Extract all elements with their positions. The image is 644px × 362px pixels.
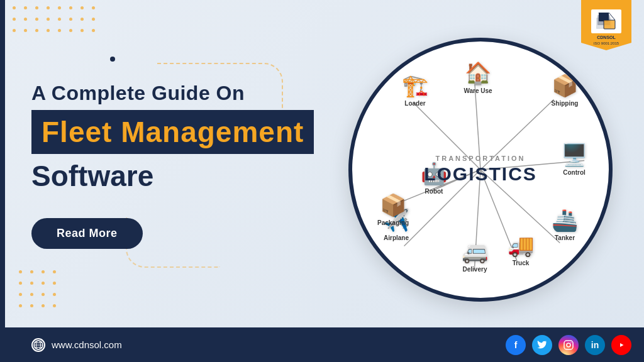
svg-rect-13	[604, 20, 615, 29]
svg-rect-22	[564, 341, 573, 349]
node-delivery: 🚐 Delivery	[450, 239, 500, 273]
node-tanker: 🚢 Tanker	[540, 207, 590, 241]
facebook-icon[interactable]: f	[506, 335, 526, 355]
twitter-icon[interactable]	[532, 335, 552, 355]
delivery-label: Delivery	[463, 266, 487, 273]
guide-title: A Complete Guide On	[31, 82, 314, 105]
website-link: www.cdnsol.com	[31, 338, 122, 352]
delivery-icon: 🚐	[462, 239, 488, 264]
content-left: A Complete Guide On Fleet Management Sof…	[31, 82, 314, 249]
packaging-label: Packaging	[377, 219, 409, 226]
highlight-box: Fleet Management	[31, 110, 314, 154]
website-url: www.cdnsol.com	[52, 339, 122, 350]
node-shipping: 📦 Shipping	[540, 73, 590, 107]
shipping-icon: 📦	[552, 73, 578, 98]
bottom-bar: www.cdnsol.com f in	[0, 327, 644, 362]
logo-inner	[591, 9, 621, 33]
airplane-label: Airplane	[384, 234, 409, 241]
social-icons: f in	[506, 335, 631, 355]
warehouse-icon: 🏠	[465, 60, 491, 85]
robot-label: Robot	[425, 188, 443, 195]
logo-badge: CDNSOL ISO 9001:2015	[581, 0, 631, 50]
youtube-icon[interactable]	[611, 335, 631, 355]
logistics-diagram: Transportation LOGISTICS 🏗️ Loader 🏠 War…	[352, 41, 609, 298]
dots-top-left	[13, 6, 99, 36]
transportation-sublabel: Transportation	[424, 155, 537, 162]
banner: A Complete Guide On Fleet Management Sof…	[0, 0, 644, 362]
loader-label: Loader	[404, 100, 425, 107]
control-label: Control	[563, 169, 586, 176]
control-icon: 🖥️	[561, 142, 587, 167]
read-more-button[interactable]: Read More	[31, 218, 143, 249]
logo-text: CDNSOL ISO 9001:2015	[594, 35, 619, 46]
node-warehouse: 🏠 Ware Use	[453, 60, 503, 94]
linkedin-icon[interactable]: in	[585, 335, 605, 355]
software-text: Software	[31, 159, 314, 193]
svg-point-23	[567, 343, 570, 347]
svg-point-24	[570, 342, 572, 343]
logistics-main-label: LOGISTICS	[424, 163, 537, 185]
instagram-icon[interactable]	[558, 335, 579, 355]
shipping-label: Shipping	[552, 100, 579, 107]
truck-icon: 🚚	[508, 233, 534, 258]
logistics-circle: Transportation LOGISTICS 🏗️ Loader 🏠 War…	[348, 38, 613, 302]
node-loader: 🏗️ Loader	[390, 73, 440, 107]
tanker-label: Tanker	[555, 234, 575, 241]
globe-icon	[31, 338, 45, 352]
node-truck: 🚚 Truck	[496, 233, 546, 266]
center-logistics-label: Transportation LOGISTICS	[424, 155, 537, 185]
logistics-diagram-wrap: Transportation LOGISTICS 🏗️ Loader 🏠 War…	[342, 13, 619, 327]
truck-label: Truck	[513, 260, 530, 266]
node-control: 🖥️ Control	[549, 142, 599, 176]
loader-icon: 🏗️	[402, 73, 428, 98]
warehouse-label: Ware Use	[464, 87, 492, 94]
left-border	[0, 0, 5, 362]
node-packaging: 📦 Packaging	[368, 192, 418, 226]
tanker-icon: 🚢	[552, 207, 578, 233]
packaging-icon: 📦	[380, 192, 406, 217]
dots-bottom-left	[19, 270, 60, 312]
logo-svg	[595, 13, 618, 30]
bullet-dot	[110, 57, 115, 62]
highlight-text: Fleet Management	[42, 116, 304, 148]
